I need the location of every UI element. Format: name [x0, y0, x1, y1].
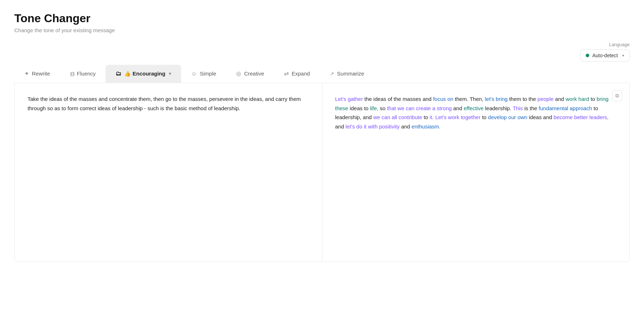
output-segment-6: them to the	[509, 96, 537, 102]
toolbar-simple[interactable]: ☺ Simple	[181, 65, 226, 83]
output-segment-33: enthusiasm.	[411, 123, 440, 130]
creative-icon: ◎	[236, 70, 241, 77]
encouraging-icon: 🗂	[116, 70, 121, 77]
output-text: Let's gather the ideas of the masses and…	[335, 94, 617, 131]
language-dot	[586, 54, 589, 57]
output-segment-13: life,	[370, 105, 378, 111]
page-subtitle: Change the tone of your existing message	[14, 27, 630, 33]
summarize-icon: ↗	[330, 71, 334, 77]
toolbar-summarize-label: Summarize	[337, 70, 364, 77]
output-segment-12: ideas to	[350, 105, 370, 111]
toolbar-rewrite-label: Rewrite	[32, 70, 50, 77]
output-segment-31: let's do it with positivity	[346, 123, 400, 130]
chevron-down-icon: ▾	[622, 53, 624, 58]
toolbar-simple-label: Simple	[200, 70, 216, 77]
page-title: Tone Changer	[14, 11, 630, 25]
output-segment-8: and	[555, 96, 566, 102]
toolbar-summarize[interactable]: ↗ Summarize	[320, 65, 374, 82]
output-segment-21: fundamental approach	[539, 105, 592, 111]
output-segment-10: to	[591, 96, 597, 102]
fluency-icon: ((·))	[70, 71, 74, 76]
toolbar-creative[interactable]: ◎ Creative	[226, 64, 274, 83]
content-area: Take the ideas of the masses and concent…	[14, 83, 630, 262]
language-label: Language	[609, 42, 630, 47]
page-header: Tone Changer Change the tone of your exi…	[14, 11, 630, 33]
toolbar-fluency[interactable]: ((·)) Fluency	[60, 65, 106, 82]
expand-icon: ⇄	[284, 70, 289, 77]
toolbar-encouraging[interactable]: 🗂 👍 Encouraging ▾	[106, 65, 181, 83]
output-segment-1: Let's gather	[335, 96, 363, 102]
output-segment-15: that we can create a strong	[387, 105, 452, 111]
output-segment-16: and	[453, 105, 464, 111]
encouraging-chevron-icon: ▾	[169, 71, 171, 76]
copy-button[interactable]: ⧉	[612, 90, 622, 101]
output-segment-28: ideas and	[529, 114, 553, 120]
output-segment-5: let's bring	[485, 96, 508, 102]
toolbar-encouraging-label: 👍 Encouraging	[124, 70, 165, 77]
output-segment-25: it. Let's work together	[430, 114, 480, 120]
output-segment-27: develop our own	[488, 114, 527, 120]
output-segment-9: work hard	[566, 96, 589, 102]
output-segment-2: the ideas of the masses and	[365, 96, 433, 102]
output-segment-20: is the	[525, 105, 539, 111]
output-segment-23: we can all contribute	[373, 114, 422, 120]
toolbar-rewrite[interactable]: ✦ Rewrite	[14, 64, 60, 83]
language-section: Language Auto-detect ▾	[14, 42, 630, 62]
toolbar-expand[interactable]: ⇄ Expand	[274, 64, 320, 83]
output-segment-24: to	[424, 114, 430, 120]
output-segment-3: focus on	[433, 96, 453, 102]
output-segment-4: them. Then,	[455, 96, 485, 102]
input-panel: Take the ideas of the masses and concent…	[15, 83, 322, 262]
output-segment-17: effective	[464, 105, 484, 111]
output-panel: ⧉ Let's gather the ideas of the masses a…	[322, 83, 630, 262]
input-text: Take the ideas of the masses and concent…	[28, 94, 309, 113]
output-segment-18: leadership.	[485, 105, 513, 111]
output-segment-29: become better leaders,	[553, 114, 608, 120]
output-segment-7: people	[537, 96, 553, 102]
output-segment-19: This	[513, 105, 523, 111]
output-segment-14: so	[380, 105, 387, 111]
toolbar-fluency-label: Fluency	[77, 70, 96, 77]
toolbar-expand-label: Expand	[292, 70, 310, 77]
simple-icon: ☺	[191, 70, 197, 77]
language-selected: Auto-detect	[592, 53, 618, 58]
output-segment-30: and	[335, 123, 346, 130]
language-dropdown[interactable]: Auto-detect ▾	[580, 49, 630, 62]
output-segment-32: and	[401, 123, 411, 130]
copy-icon: ⧉	[615, 93, 619, 99]
output-segment-26: to	[482, 114, 488, 120]
tone-toolbar: ✦ Rewrite ((·)) Fluency 🗂 👍 Encouraging …	[14, 64, 630, 83]
rewrite-icon: ✦	[24, 70, 29, 77]
toolbar-creative-label: Creative	[244, 70, 264, 77]
